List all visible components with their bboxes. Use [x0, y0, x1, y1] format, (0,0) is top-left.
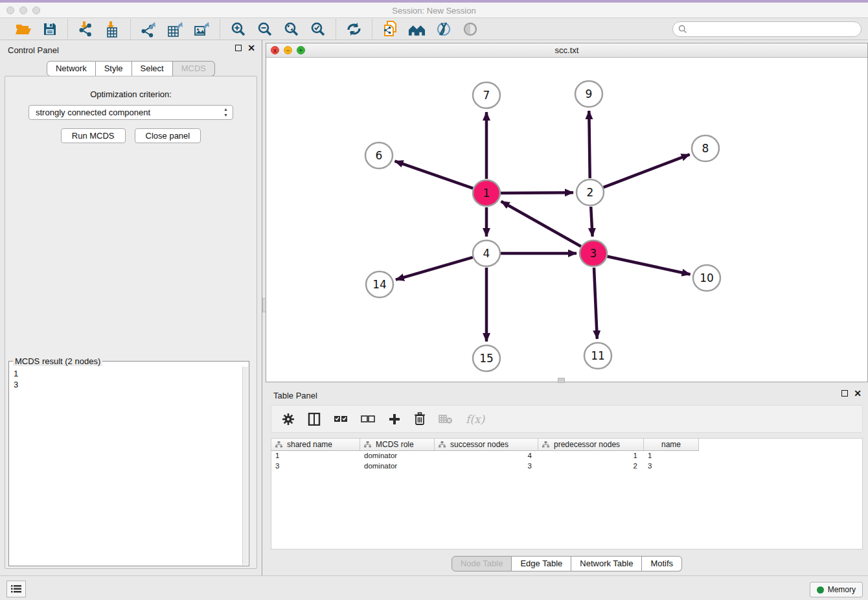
edge-3-11[interactable]: [594, 268, 597, 339]
cell-name[interactable]: 3: [644, 461, 699, 472]
node-3[interactable]: 3: [580, 240, 607, 266]
export-image-icon[interactable]: [193, 20, 211, 38]
network-resize-handle[interactable]: [558, 378, 565, 383]
columns-icon[interactable]: [308, 413, 321, 426]
svg-text:9: 9: [586, 87, 593, 100]
table-tab-edge-table[interactable]: Edge Table: [512, 556, 571, 571]
column-header-MCDS-role[interactable]: MCDS role: [360, 439, 435, 451]
zoom-out-icon[interactable]: [256, 20, 273, 38]
run-mcds-button[interactable]: Run MCDS: [61, 128, 126, 143]
mcds-result-text[interactable]: 1 3: [9, 366, 242, 566]
toolbar-group: [67, 19, 130, 39]
gear-icon[interactable]: [282, 413, 295, 426]
cybrowser-icon[interactable]: [408, 20, 426, 38]
zoom-selected-icon[interactable]: [309, 20, 326, 38]
memory-button[interactable]: Memory: [810, 582, 863, 597]
node-10[interactable]: 10: [693, 265, 720, 291]
node-table[interactable]: shared nameMCDS rolesuccessor nodesprede…: [271, 438, 863, 549]
node-6[interactable]: 6: [365, 143, 393, 168]
status-bar: Memory: [0, 575, 868, 600]
table-row[interactable]: 1dominator411: [271, 451, 862, 461]
clear-selection-icon[interactable]: [361, 415, 375, 424]
export-network-icon[interactable]: [140, 20, 157, 38]
table-tab-motifs[interactable]: Motifs: [642, 556, 682, 571]
table-panel-float-icon[interactable]: [841, 390, 848, 397]
svg-text:2: 2: [587, 186, 594, 199]
cell-shared-name[interactable]: 3: [271, 461, 360, 472]
edge-1-6[interactable]: [395, 161, 474, 189]
app-titlebar: Session: New Session: [0, 3, 868, 18]
add-row-icon[interactable]: [388, 413, 401, 426]
edge-2-3[interactable]: [591, 207, 592, 237]
edge-2-9[interactable]: [589, 111, 589, 178]
optimization-criterion-select[interactable]: strongly connected component ▲▼: [29, 105, 233, 120]
network-window-titlebar[interactable]: x − + scc.txt: [266, 43, 867, 58]
table-panel-close-icon[interactable]: ✕: [854, 390, 862, 397]
cell-predecessor-nodes[interactable]: 2: [538, 461, 644, 472]
node-14[interactable]: 14: [366, 271, 393, 297]
tab-network[interactable]: Network: [47, 61, 96, 76]
toolbar-group: [220, 19, 336, 39]
network-window-title: scc.txt: [266, 45, 867, 55]
control-panel-float-icon[interactable]: [235, 45, 242, 51]
toolbar-group: [5, 19, 67, 39]
export-table-icon[interactable]: [166, 20, 184, 38]
save-session-icon[interactable]: [41, 20, 58, 38]
node-9[interactable]: 9: [575, 81, 602, 107]
function-icon[interactable]: f(x): [466, 413, 485, 426]
network-canvas[interactable]: 1234678910111415: [266, 58, 867, 382]
open-session-icon[interactable]: [14, 20, 32, 38]
search-input[interactable]: [691, 25, 846, 34]
select-all-icon[interactable]: [334, 415, 348, 424]
refresh-icon[interactable]: [345, 20, 363, 38]
column-header-shared-name[interactable]: shared name: [271, 439, 360, 451]
tab-style[interactable]: Style: [96, 61, 132, 76]
edge-4-14[interactable]: [396, 257, 473, 280]
edge-2-8[interactable]: [604, 154, 690, 187]
table-panel: Table Panel ✕ f(x) shared nameMCDS roles…: [266, 386, 868, 575]
node-1[interactable]: 1: [473, 180, 500, 206]
node-11[interactable]: 11: [584, 343, 611, 369]
delete-table-icon[interactable]: [439, 414, 453, 424]
app-title: Session: New Session: [0, 6, 868, 16]
table-row[interactable]: 3dominator323: [271, 461, 862, 472]
result-scrollbar[interactable]: [242, 367, 248, 565]
cell-shared-name[interactable]: 1: [271, 451, 360, 461]
table-panel-title: Table Panel: [273, 391, 317, 400]
duplicate-network-icon[interactable]: [382, 20, 399, 38]
search-box[interactable]: [672, 21, 862, 37]
table-tab-network-table[interactable]: Network Table: [571, 556, 642, 571]
delete-row-icon[interactable]: [414, 412, 426, 426]
node-2[interactable]: 2: [577, 179, 604, 205]
cell-successor-nodes[interactable]: 3: [435, 461, 538, 472]
control-panel-close-icon[interactable]: ✕: [247, 45, 255, 51]
edge-3-1[interactable]: [501, 202, 581, 246]
close-panel-button[interactable]: Close panel: [135, 128, 201, 143]
import-table-icon[interactable]: [104, 20, 121, 38]
tab-select[interactable]: Select: [132, 61, 173, 76]
edge-1-2[interactable]: [501, 192, 573, 193]
cell-predecessor-nodes[interactable]: 1: [538, 451, 644, 461]
node-8[interactable]: 8: [692, 135, 719, 161]
cell-MCDS-role[interactable]: dominator: [360, 451, 435, 461]
bird-eye-icon[interactable]: [461, 20, 479, 38]
node-4[interactable]: 4: [473, 240, 500, 266]
node-7[interactable]: 7: [473, 82, 500, 108]
edge-3-10[interactable]: [608, 257, 691, 275]
zoom-fit-icon[interactable]: [282, 20, 300, 38]
zoom-in-icon[interactable]: [229, 20, 247, 38]
column-header-name[interactable]: name: [644, 439, 699, 451]
column-header-predecessor-nodes[interactable]: predecessor nodes: [538, 439, 644, 451]
table-tab-node-table[interactable]: Node Table: [451, 556, 512, 571]
graphics-details-icon[interactable]: [435, 20, 452, 38]
task-history-button[interactable]: [6, 581, 26, 597]
tab-mcds[interactable]: MCDS: [173, 61, 215, 76]
svg-text:10: 10: [700, 271, 714, 284]
import-network-icon[interactable]: [77, 20, 95, 38]
cell-name[interactable]: 1: [644, 451, 699, 461]
cell-MCDS-role[interactable]: dominator: [360, 461, 435, 472]
mcds-panel: Optimization criterion: strongly connect…: [5, 76, 257, 569]
cell-successor-nodes[interactable]: 4: [435, 451, 538, 461]
node-15[interactable]: 15: [473, 345, 500, 371]
column-header-successor-nodes[interactable]: successor nodes: [435, 439, 538, 451]
